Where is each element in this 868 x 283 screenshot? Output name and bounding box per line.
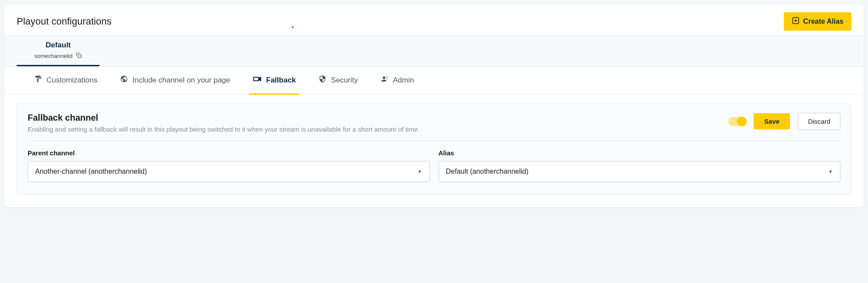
tab-customizations[interactable]: Customizations	[31, 67, 101, 95]
parent-channel-field: Parent channel Another-channel (anotherc…	[28, 149, 430, 182]
tab-fallback[interactable]: Fallback	[249, 67, 299, 95]
tab-label: Security	[331, 76, 358, 85]
tab-label: Customizations	[46, 76, 97, 85]
create-alias-label: Create Alias	[803, 18, 843, 25]
tab-label: Admin	[393, 76, 414, 85]
panel-heading-block: Fallback channel Enabling and setting a …	[28, 113, 418, 133]
save-button[interactable]: Save	[754, 113, 790, 129]
copy-icon[interactable]	[76, 52, 82, 60]
parent-channel-select[interactable]: Another-channel (anotherchannelid) ▼	[28, 161, 430, 182]
admin-icon	[381, 75, 389, 85]
paint-icon	[34, 75, 42, 85]
svg-point-8	[386, 78, 387, 79]
playout-card: Playout configurations Create Alias Defa…	[4, 4, 864, 207]
indicator-dot	[292, 26, 294, 28]
svg-rect-3	[78, 54, 81, 57]
svg-point-7	[386, 76, 387, 77]
tab-include[interactable]: Include channel on your page	[117, 67, 234, 95]
tabs-row: Customizations Include channel on your p…	[4, 67, 864, 95]
create-alias-button[interactable]: Create Alias	[784, 12, 851, 31]
alias-field: Alias Default (anotherchannelid) ▼	[439, 149, 841, 182]
video-icon	[253, 75, 262, 86]
fallback-toggle[interactable]	[728, 117, 746, 126]
fields-row: Parent channel Another-channel (anotherc…	[28, 141, 840, 182]
globe-icon	[120, 75, 128, 85]
shield-icon	[319, 75, 326, 85]
chevron-down-icon: ▼	[418, 169, 422, 174]
panel-description: Enabling and setting a fallback will res…	[28, 125, 418, 133]
alias-select-value: Default (anotherchannelid)	[446, 168, 529, 176]
alias-select-label: Alias	[439, 149, 841, 157]
alias-select[interactable]: Default (anotherchannelid) ▼	[439, 161, 841, 182]
parent-channel-label: Parent channel	[28, 149, 430, 157]
panel-header: Fallback channel Enabling and setting a …	[28, 113, 840, 141]
header-row: Playout configurations Create Alias	[4, 4, 864, 35]
alias-id: somechannelid	[34, 53, 72, 59]
tab-admin[interactable]: Admin	[377, 67, 418, 95]
alias-bar: Default somechannelid	[4, 35, 864, 67]
fallback-panel: Fallback channel Enabling and setting a …	[17, 104, 851, 195]
toggle-knob	[737, 117, 747, 126]
alias-name: Default	[34, 41, 82, 50]
alias-tab-default[interactable]: Default somechannelid	[17, 36, 99, 66]
tab-security[interactable]: Security	[315, 67, 361, 95]
panel-actions: Save Discard	[728, 113, 840, 130]
alias-id-row: somechannelid	[34, 52, 82, 65]
parent-channel-value: Another-channel (anotherchannelid)	[35, 168, 147, 176]
add-box-icon	[792, 17, 800, 26]
svg-point-6	[383, 76, 385, 79]
tab-label: Fallback	[266, 76, 296, 85]
svg-rect-4	[254, 77, 259, 81]
tab-label: Include channel on your page	[132, 76, 230, 85]
discard-button[interactable]: Discard	[798, 113, 840, 130]
panel-title: Fallback channel	[28, 113, 418, 123]
chevron-down-icon: ▼	[828, 169, 833, 174]
page-title: Playout configurations	[17, 16, 111, 27]
